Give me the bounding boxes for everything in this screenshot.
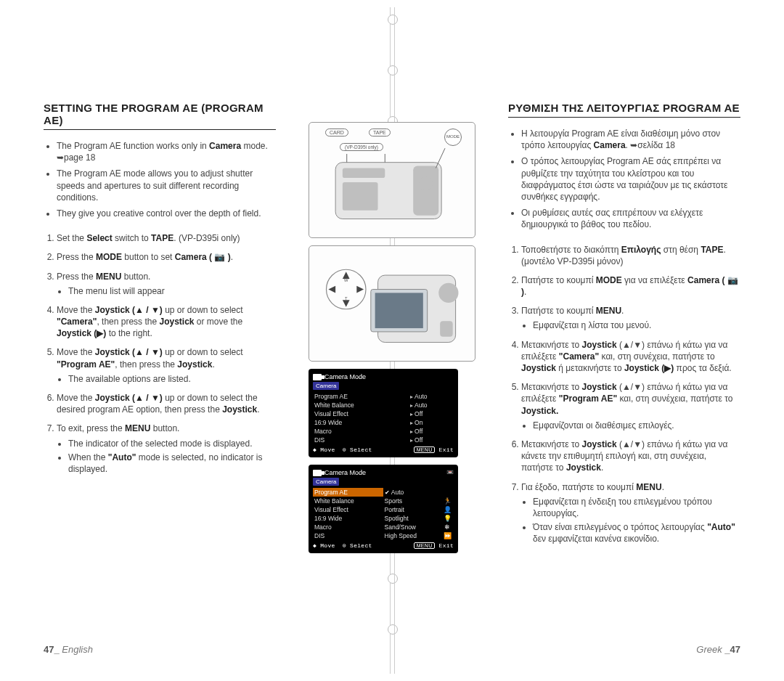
step: Για έξοδο, πατήστε το κουμπί MENU. Εμφαν… <box>521 481 740 545</box>
svg-marker-11 <box>328 286 335 293</box>
bullet: Οι ρυθμίσεις αυτές σας επιτρέπουν να ελέ… <box>521 207 740 230</box>
substep: The indicator of the selected mode is di… <box>68 438 276 449</box>
step: To exit, press the MENU button. The indi… <box>57 423 276 475</box>
mode-label: MODE <box>444 129 462 146</box>
svg-rect-17 <box>375 293 423 328</box>
svg-rect-4 <box>343 182 378 211</box>
bullet: The Program AE mode allows you to adjust… <box>57 168 276 203</box>
step: Πατήστε το κουμπί MODE για να επιλέξετε … <box>521 274 740 298</box>
figure-camera-top: CARD TAPE MODE (VP-D395i only) <box>309 122 475 238</box>
step: Press the MODE button to set Camera ( 📷 … <box>57 251 276 263</box>
svg-marker-12 <box>356 286 364 293</box>
step: Move the Joystick (▲ / ▼) up or down to … <box>57 304 276 340</box>
left-heading: SETTING THE PROGRAM AE (PROGRAM AE) <box>44 102 276 130</box>
footer-left: 47_ English <box>44 644 93 655</box>
lcd-title: Camera Mode <box>324 373 366 380</box>
camcorder-icon <box>313 470 322 476</box>
lcd-title: Camera Mode <box>324 469 366 476</box>
substep: Εμφανίζεται η λίστα του μενού. <box>533 319 740 331</box>
substep: Όταν είναι επιλεγμένος ο τρόπος λειτουργ… <box>533 521 740 545</box>
step: Set the Select switch to TAPE. (VP-D395i… <box>57 232 276 244</box>
bullet: Η λειτουργία Program AE είναι διαθέσιμη … <box>521 128 740 151</box>
right-steps: Τοποθετήστε το διακόπτη Επιλογής στη θέσ… <box>521 244 740 552</box>
step: Πατήστε το κουμπί MENU. Εμφανίζεται η λί… <box>521 305 740 331</box>
svg-text:T: T <box>345 296 348 301</box>
vp-model-label: (VP-D395i only) <box>340 143 383 151</box>
svg-rect-19 <box>440 321 453 336</box>
center-figures: CARD TAPE MODE (VP-D395i only) <box>309 122 475 553</box>
footer-right: Greek _47 <box>696 644 740 655</box>
bullet: Ο τρόπος λειτουργίας Program AE σάς επιτ… <box>521 155 740 203</box>
step: Τοποθετήστε το διακόπτη Επιλογής στη θέσ… <box>521 244 740 267</box>
lcd-table: Program AEAuto White BalanceSports🏃 Visu… <box>313 488 454 540</box>
svg-marker-10 <box>343 300 350 307</box>
substep: The available options are listed. <box>68 373 276 385</box>
left-intro-bullets: The Program AE function works only in Ca… <box>57 140 276 224</box>
left-steps: Set the Select switch to TAPE. (VP-D395i… <box>57 232 276 482</box>
step: Press the MENU button. The menu list wil… <box>57 271 276 297</box>
svg-point-2 <box>419 176 433 190</box>
card-label: CARD <box>325 129 348 136</box>
lcd-table: Program AEAuto White BalanceAuto Visual … <box>313 392 454 444</box>
page-footer: 47_ English Greek _47 <box>44 644 740 655</box>
status-icons: 📼 <box>446 469 454 476</box>
step: Μετακινήστε το Joystick (▲/▼) επάνω ή κά… <box>521 439 740 474</box>
svg-text:W: W <box>344 278 348 282</box>
substep: The menu list will appear <box>68 285 276 297</box>
svg-point-18 <box>438 283 458 303</box>
bullet: They give you creative control over the … <box>57 208 276 219</box>
substep: Εμφανίζεται η ένδειξη του επιλεγμένου τρ… <box>533 496 740 519</box>
right-heading: ΡΥΘΜΙΣΗ ΤΗΣ ΛΕΙΤΟΥΡΓΙΑΣ PROGRAM AE <box>508 102 740 118</box>
lcd-menu-1: Camera Mode Camera Program AEAuto White … <box>309 369 458 457</box>
lcd-menu-2: 📼 Camera Mode Camera Program AEAuto Whit… <box>309 465 458 553</box>
svg-line-7 <box>436 148 445 168</box>
figure-camera-joystick: W T <box>309 245 475 362</box>
step: Move the Joystick (▲ / ▼) up or down to … <box>57 346 276 385</box>
tape-label: TAPE <box>369 129 391 136</box>
manual-page: SETTING THE PROGRAM AE (PROGRAM AE) The … <box>0 0 784 681</box>
svg-rect-3 <box>343 168 385 178</box>
substep: Εμφανίζονται οι διαθέσιμες επιλογές. <box>533 420 740 431</box>
camera-lcd-joystick-icon: W T <box>314 250 470 356</box>
substep: When the "Auto" mode is selected, no ind… <box>68 452 276 475</box>
bullet: The Program AE function works only in Ca… <box>57 140 276 163</box>
right-intro-bullets: Η λειτουργία Program AE είναι διαθέσιμη … <box>521 128 740 235</box>
step: Μετακινήστε το Joystick (▲/▼) επάνω ή κά… <box>521 339 740 375</box>
step: Move the Joystick (▲ / ▼) up or down to … <box>57 392 276 415</box>
lcd-breadcrumb: Camera <box>313 382 339 390</box>
lcd-breadcrumb: Camera <box>313 478 339 486</box>
camcorder-icon <box>313 374 322 380</box>
step: Μετακινήστε το Joystick (▲/▼) επάνω ή κά… <box>521 381 740 431</box>
